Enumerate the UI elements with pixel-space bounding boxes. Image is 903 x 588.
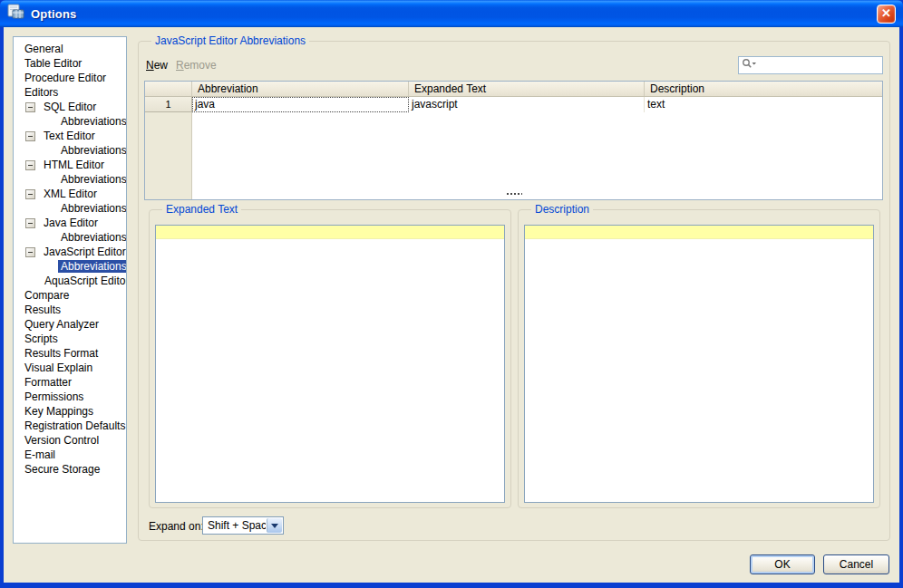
tree-item-label: AquaScript Editor: [42, 275, 127, 287]
tree-item-label: Scripts: [22, 333, 61, 345]
client-area: GeneralTable EditorProcedure EditorEdito…: [4, 27, 899, 583]
tree-item-label: Registration Defaults: [22, 419, 127, 432]
new-button[interactable]: New: [146, 59, 168, 72]
group-title: JavaScript Editor Abbreviations: [151, 34, 309, 47]
tree-item-results-format[interactable]: Results Format: [14, 346, 126, 361]
tree-item-label: General: [22, 43, 66, 55]
cell-expanded-text[interactable]: javascript: [409, 97, 645, 112]
column-header-abbreviation[interactable]: Abbreviation: [192, 82, 409, 96]
tree-item-abbreviations[interactable]: Abbreviations: [14, 172, 126, 187]
collapse-icon[interactable]: [25, 131, 35, 141]
tree-item-compare[interactable]: Compare: [14, 288, 126, 303]
tree-item-label: Procedure Editor: [22, 72, 109, 84]
tree-item-editors[interactable]: Editors: [14, 85, 126, 100]
tree-item-table-editor[interactable]: Table Editor: [14, 56, 126, 71]
tree-item-abbreviations[interactable]: Abbreviations: [14, 259, 126, 274]
cell-description[interactable]: text: [645, 97, 882, 112]
tree-item-key-mappings[interactable]: Key Mappings: [14, 404, 126, 419]
splitter-handle-icon[interactable]: [506, 192, 522, 197]
column-header-description[interactable]: Description: [645, 82, 882, 96]
tree-item-label: Abbreviations: [58, 260, 127, 273]
tree-item-xml-editor[interactable]: XML Editor: [14, 187, 126, 201]
tree-item-abbreviations[interactable]: Abbreviations: [14, 114, 126, 129]
tree-item-label: Abbreviations: [58, 173, 127, 186]
window-title: Options: [31, 7, 77, 21]
chevron-down-icon: [271, 524, 278, 528]
tree-item-html-editor[interactable]: HTML Editor: [14, 158, 126, 172]
tree-item-label: Query Analyzer: [22, 318, 102, 331]
tree-item-visual-explain[interactable]: Visual Explain: [14, 361, 126, 375]
abbreviations-table: Abbreviation Expanded Text Description 1…: [144, 81, 883, 200]
tree-item-general[interactable]: General: [14, 42, 126, 56]
expanded-text-editor[interactable]: [155, 225, 505, 503]
collapse-icon[interactable]: [25, 189, 35, 199]
current-line-highlight: [156, 226, 504, 239]
tree-item-aquascript-editor[interactable]: AquaScript Editor: [14, 274, 126, 288]
tree-item-formatter[interactable]: Formatter: [14, 375, 126, 390]
tree-item-label: Table Editor: [22, 57, 84, 70]
row-number-gutter: [145, 112, 192, 199]
tree-item-procedure-editor[interactable]: Procedure Editor: [14, 71, 126, 85]
ok-button[interactable]: OK: [750, 554, 815, 574]
tree-item-abbreviations[interactable]: Abbreviations: [14, 230, 126, 245]
tree-item-label: XML Editor: [41, 188, 100, 200]
tree-item-label: SQL Editor: [41, 101, 99, 113]
tree-item-label: E-mail: [22, 448, 58, 461]
options-tree[interactable]: GeneralTable EditorProcedure EditorEdito…: [13, 36, 127, 544]
collapse-icon[interactable]: [25, 218, 35, 228]
tree-item-version-control[interactable]: Version Control: [14, 433, 126, 448]
collapse-icon[interactable]: [25, 102, 35, 112]
tree-item-secure-storage[interactable]: Secure Storage: [14, 462, 126, 477]
tree-item-label: Results Format: [22, 347, 101, 360]
collapse-icon[interactable]: [25, 160, 35, 170]
tree-item-query-analyzer[interactable]: Query Analyzer: [14, 317, 126, 332]
tree-item-javascript-editor[interactable]: JavaScript Editor: [14, 245, 126, 259]
tree-item-permissions[interactable]: Permissions: [14, 390, 126, 404]
tree-item-label: Abbreviations: [58, 144, 127, 157]
tree-item-results[interactable]: Results: [14, 303, 126, 317]
expanded-text-group-title: Expanded Text: [162, 203, 241, 216]
dropdown-button[interactable]: [267, 518, 282, 533]
tree-item-e-mail[interactable]: E-mail: [14, 448, 126, 462]
tree-item-label: Secure Storage: [22, 463, 102, 476]
search-input[interactable]: [759, 58, 882, 72]
tree-item-text-editor[interactable]: Text Editor: [14, 129, 126, 143]
tree-item-label: Results: [22, 304, 63, 316]
tree-item-label: Abbreviations: [58, 202, 127, 215]
search-box[interactable]: [738, 56, 883, 74]
search-icon[interactable]: [742, 57, 757, 73]
remove-button[interactable]: Remove: [176, 59, 217, 72]
cell-abbreviation[interactable]: java: [192, 97, 409, 112]
tree-item-label: HTML Editor: [41, 159, 107, 171]
collapse-icon[interactable]: [25, 247, 35, 257]
tree-item-label: Formatter: [22, 376, 74, 389]
tree-item-label: Visual Explain: [22, 361, 95, 374]
current-line-highlight: [525, 226, 873, 239]
close-button[interactable]: ✕: [877, 5, 896, 24]
tree-item-scripts[interactable]: Scripts: [14, 332, 126, 346]
column-header-rownum[interactable]: [145, 82, 192, 96]
options-window: Options ✕ GeneralTable EditorProcedure E…: [0, 0, 903, 588]
tree-item-sql-editor[interactable]: SQL Editor: [14, 100, 126, 114]
tree-item-label: Java Editor: [41, 217, 101, 229]
tree-item-abbreviations[interactable]: Abbreviations: [14, 201, 126, 216]
tree-item-label: Abbreviations: [58, 115, 127, 128]
table-header: Abbreviation Expanded Text Description: [145, 82, 882, 97]
tree-item-java-editor[interactable]: Java Editor: [14, 216, 126, 230]
tree-item-label: Key Mappings: [22, 405, 96, 418]
tree-item-abbreviations[interactable]: Abbreviations: [14, 143, 126, 158]
description-editor[interactable]: [524, 225, 874, 503]
expand-on-select[interactable]: Shift + Space: [202, 516, 284, 535]
app-icon: [7, 4, 25, 24]
column-header-expanded-text[interactable]: Expanded Text: [409, 82, 645, 96]
tree-item-label: Abbreviations: [58, 231, 127, 244]
cancel-button[interactable]: Cancel: [823, 554, 889, 574]
close-icon: ✕: [881, 6, 891, 20]
tree-item-label: Editors: [22, 86, 61, 99]
table-row[interactable]: 1 java javascript text: [145, 97, 882, 112]
expanded-text-group: Expanded Text: [149, 209, 511, 508]
description-group: Description: [518, 209, 880, 508]
tree-item-label: Text Editor: [41, 130, 98, 142]
tree-item-registration-defaults[interactable]: Registration Defaults: [14, 419, 126, 433]
titlebar[interactable]: Options ✕: [0, 0, 903, 27]
